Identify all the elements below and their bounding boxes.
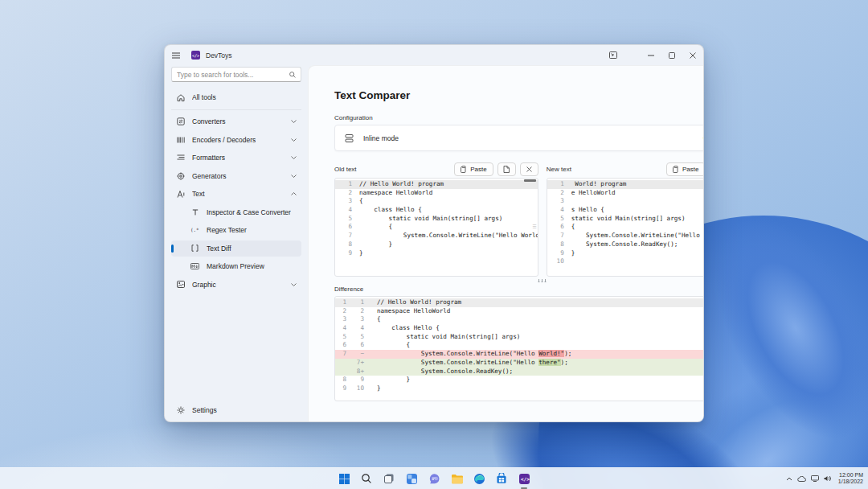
- maximize-button[interactable]: [661, 45, 682, 65]
- sidebar-item-generators[interactable]: Generators: [171, 168, 301, 184]
- code-line: 6{: [547, 223, 704, 232]
- line-number: 4: [335, 206, 359, 215]
- sidebar-item-inspector-case-converter[interactable]: Inspector & Case Converter: [171, 204, 301, 220]
- new-paste-button[interactable]: Paste: [666, 162, 704, 176]
- diff-code-text: }: [369, 376, 410, 384]
- store-taskbar-icon[interactable]: [493, 470, 510, 487]
- sidebar-item-regex-tester[interactable]: (.*)Regex Tester: [171, 222, 301, 238]
- sidebar-item-text[interactable]: Text: [171, 186, 301, 202]
- scrollbar-thumb[interactable]: [524, 179, 536, 182]
- sidebar-item-graphic[interactable]: Graphic: [171, 277, 301, 293]
- inline-mode-icon: [345, 134, 354, 142]
- diff-row-same: 66 {: [335, 341, 704, 350]
- widgets-taskbar-icon[interactable]: [403, 470, 420, 487]
- new-line-number: 7+: [351, 359, 369, 368]
- diff-code-text: System.Console.WriteLine("Hello there");: [369, 359, 568, 368]
- line-number: 3: [547, 197, 571, 206]
- code-text: class Hello {: [359, 206, 422, 215]
- line-number: 2: [547, 189, 571, 198]
- task-view-taskbar-icon[interactable]: [380, 470, 398, 487]
- new-line-number: 8+: [351, 368, 369, 376]
- diff-row-same: 33{: [335, 315, 704, 324]
- devtoys-taskbar-icon[interactable]: </>: [515, 470, 533, 487]
- diff-row-same: 55 static void Main(string[] args): [335, 333, 704, 342]
- diff-row-current: 11// Hello World! program: [335, 298, 704, 307]
- sidebar-item-all-tools[interactable]: All tools: [171, 89, 301, 105]
- sidebar-item-label: Encoders / Decoders: [192, 136, 256, 144]
- old-paste-button[interactable]: Paste: [454, 162, 493, 176]
- new-text-editor[interactable]: 1 World! program2e HelloWorld34s Hello {…: [547, 178, 704, 277]
- diff-code-text: }: [369, 384, 381, 393]
- volume-icon[interactable]: [824, 475, 831, 482]
- code-text: System.Console.WriteLine("Hello there");: [571, 232, 704, 240]
- code-line: 1// Hello World! program: [335, 180, 538, 189]
- line-number: 4: [547, 206, 571, 215]
- difference-editor[interactable]: 11// Hello World! program22namespace Hel…: [334, 296, 704, 401]
- line-number: 1: [335, 180, 359, 189]
- close-button[interactable]: [682, 45, 703, 65]
- line-number: 5: [547, 215, 571, 224]
- old-clear-button[interactable]: [520, 162, 538, 176]
- file-explorer-taskbar-icon[interactable]: [448, 470, 465, 487]
- sidebar-item-text-diff[interactable]: Text Diff: [171, 240, 301, 257]
- code-text: static void Main(string[] args): [571, 215, 686, 224]
- scrollbar-grip: ☰: [532, 225, 536, 228]
- title-bar[interactable]: </> DevToys: [165, 45, 703, 65]
- chevron-down-icon: [291, 175, 297, 178]
- new-line-number: 2: [351, 307, 369, 316]
- difference-label: Difference: [334, 286, 704, 293]
- diff-code-text: namespace HelloWorld: [369, 307, 450, 316]
- start-taskbar-icon[interactable]: [335, 470, 353, 487]
- code-text: World! program: [571, 180, 627, 189]
- code-text: static void Main(string[] args): [359, 215, 502, 224]
- search-icon: [289, 72, 296, 78]
- line-number: 7: [335, 232, 359, 240]
- compact-overlay-icon[interactable]: [604, 45, 623, 65]
- diff-row-same: 44 class Hello {: [335, 324, 704, 333]
- search-input[interactable]: [177, 71, 286, 79]
- diff-row-same: 22namespace HelloWorld: [335, 307, 704, 316]
- sidebar-item-label: Formatters: [192, 154, 225, 162]
- code-line: 10: [547, 257, 704, 266]
- network-icon[interactable]: [811, 475, 819, 482]
- converters-icon: [176, 117, 185, 125]
- new-line-number: −: [351, 350, 369, 359]
- search-taskbar-icon[interactable]: [358, 470, 375, 487]
- onedrive-cloud-icon[interactable]: [797, 476, 806, 482]
- encoders-icon: [176, 137, 185, 143]
- code-line: 5 static void Main(string[] args): [335, 215, 538, 224]
- word-diff-highlight: World!": [538, 350, 564, 357]
- code-text: System.Console.ReadKey();: [571, 240, 678, 249]
- old-line-number: [335, 368, 351, 376]
- line-number: 8: [335, 240, 359, 249]
- taskbar-center-icons: </>: [335, 468, 533, 489]
- sidebar-item-encoders-decoders[interactable]: Encoders / Decoders: [171, 132, 301, 148]
- sidebar-item-settings[interactable]: Settings: [171, 402, 301, 418]
- sidebar-item-markdown-preview[interactable]: Markdown Preview: [171, 258, 301, 274]
- taskbar-clock[interactable]: 12:00 PM 1/18/2022: [836, 472, 863, 486]
- gear-icon: [176, 406, 185, 414]
- old-line-number: 2: [335, 307, 351, 316]
- panel-splitter-handle[interactable]: [334, 277, 704, 283]
- code-text: {: [571, 223, 575, 232]
- edge-taskbar-icon[interactable]: [470, 470, 488, 487]
- sidebar-item-formatters[interactable]: Formatters: [171, 150, 301, 166]
- chevron-up-icon[interactable]: [786, 477, 792, 481]
- old-line-number: 1: [335, 298, 351, 307]
- formatters-icon: [176, 154, 185, 161]
- minimize-button[interactable]: [641, 45, 661, 65]
- code-line: 1 World! program: [547, 180, 704, 189]
- new-line-number: 10: [351, 384, 369, 393]
- chat-taskbar-icon[interactable]: [425, 470, 443, 487]
- code-text: }: [359, 240, 392, 249]
- old-load-file-button[interactable]: [497, 162, 516, 176]
- chevron-down-icon: [291, 156, 297, 159]
- sidebar-item-label: Text: [192, 190, 205, 198]
- code-text: namespace HelloWorld: [359, 189, 432, 198]
- old-text-editor[interactable]: 1// Hello World! program2namespace Hello…: [334, 178, 538, 277]
- sidebar-item-converters[interactable]: Converters: [171, 113, 301, 129]
- sidebar-item-label: Markdown Preview: [207, 262, 264, 270]
- hamburger-menu-icon[interactable]: [172, 52, 185, 59]
- code-text: }: [571, 249, 575, 258]
- tool-search-box[interactable]: [171, 67, 301, 82]
